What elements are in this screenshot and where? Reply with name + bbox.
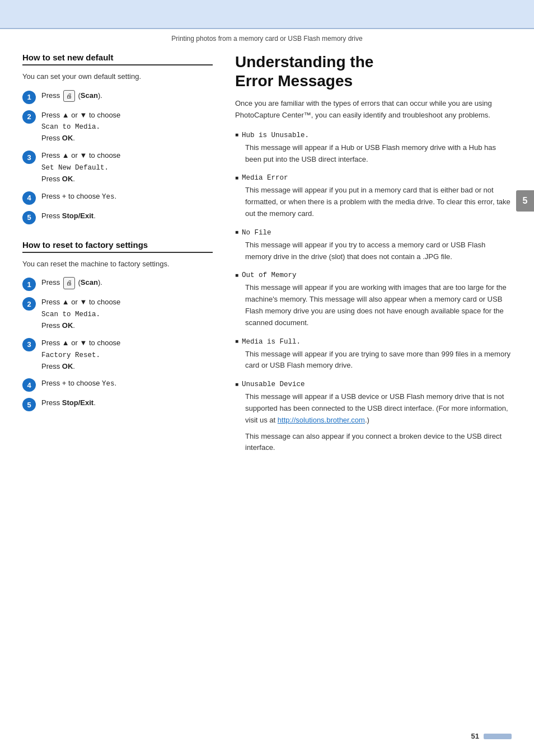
step-item: 3 Press ▲ or ▼ to chooseSet New Default.…: [22, 150, 213, 185]
step-number-4: 4: [22, 191, 36, 205]
error-desc-2: This message can also appear if you conn…: [245, 431, 512, 454]
error-out-of-memory: Out of Memory This message will appear i…: [235, 271, 512, 328]
section1-intro: You can set your own default setting.: [22, 71, 213, 82]
step-number-3b: 3: [22, 338, 36, 351]
error-code: Out of Memory: [235, 271, 512, 279]
error-code: Unusable Device: [235, 381, 512, 388]
section2-steps: 1 Press 🖨 (Scan). 2 Press ▲ or ▼ to choo…: [22, 277, 213, 411]
section1-steps: 1 Press 🖨 (Scan). 2 Press ▲ or ▼ to choo…: [22, 90, 213, 224]
step-number-4b: 4: [22, 378, 36, 392]
chapter-tab: 5: [516, 190, 534, 212]
section-factory-reset: How to reset to factory settings You can…: [22, 240, 213, 412]
section2-intro: You can reset the machine to factory set…: [22, 259, 213, 270]
page-bar: [484, 734, 512, 739]
error-hub-unusable: Hub is Unusable. This message will appea…: [235, 132, 512, 166]
error-code: Media Error: [235, 174, 512, 182]
error-desc-1: This message will appear if a USB device…: [245, 391, 512, 426]
step-item: 1 Press 🖨 (Scan).: [22, 277, 213, 291]
error-media-error: Media Error This message will appear if …: [235, 174, 512, 219]
error-desc: This message will appear if you try to a…: [245, 240, 512, 263]
section-set-default: How to set new default You can set your …: [22, 53, 213, 224]
main-layout: How to set new default You can set your …: [0, 53, 534, 463]
step-number-1b: 1: [22, 278, 36, 291]
step-number-1: 1: [22, 91, 36, 104]
step-number-5b: 5: [22, 398, 36, 411]
error-code: Hub is Unusable.: [235, 132, 512, 139]
error-code: No File: [235, 229, 512, 237]
step-content-3: Press ▲ or ▼ to chooseSet New Default.Pr…: [41, 150, 120, 185]
step-item: 2 Press ▲ or ▼ to chooseScan to Media.Pr…: [22, 110, 213, 145]
step-number-5: 5: [22, 211, 36, 224]
header-band: [0, 0, 534, 29]
error-desc: This message will appear if you are work…: [245, 282, 512, 328]
error-no-file: No File This message will appear if you …: [235, 229, 512, 263]
scan-icon-2: 🖨: [63, 277, 75, 289]
step-content-3b: Press ▲ or ▼ to chooseFactory Reset.Pres…: [41, 337, 120, 373]
step-item: 4 Press + to choose Yes.: [22, 378, 213, 392]
step-item: 4 Press + to choose Yes.: [22, 191, 213, 205]
page-footer: 51: [471, 732, 512, 740]
error-desc: This message will appear if a Hub or USB…: [245, 142, 512, 166]
step-number-2: 2: [22, 110, 36, 124]
step-content-2: Press ▲ or ▼ to chooseScan to Media.Pres…: [41, 110, 120, 145]
step-item: 1 Press 🖨 (Scan).: [22, 90, 213, 104]
scan-icon-1: 🖨: [63, 90, 75, 102]
page-header-text: Printing photos from a memory card or US…: [0, 35, 534, 43]
solutions-link[interactable]: http://solutions.brother.com: [278, 416, 365, 424]
step-item: 5 Press Stop/Exit.: [22, 210, 213, 224]
section2-heading: How to reset to factory settings: [22, 240, 213, 253]
error-desc: This message will appear if you put in a…: [245, 185, 512, 219]
step-content-5: Press Stop/Exit.: [41, 210, 96, 222]
step-content-1b: Press 🖨 (Scan).: [41, 277, 102, 289]
page-number: 51: [471, 732, 479, 740]
step-content-4: Press + to choose Yes.: [41, 191, 116, 203]
step-item: 3 Press ▲ or ▼ to chooseFactory Reset.Pr…: [22, 337, 213, 373]
step-number-2b: 2: [22, 297, 36, 311]
right-intro: Once you are familiar with the types of …: [235, 98, 512, 121]
step-content-5b: Press Stop/Exit.: [41, 397, 96, 409]
section1-heading: How to set new default: [22, 53, 213, 65]
left-column: How to set new default You can set your …: [22, 53, 213, 463]
step-item: 2 Press ▲ or ▼ to chooseScan to Media.Pr…: [22, 297, 213, 332]
right-column: Understanding the Error Messages Once yo…: [235, 53, 512, 463]
step-item: 5 Press Stop/Exit.: [22, 397, 213, 411]
right-main-heading: Understanding the Error Messages: [235, 53, 512, 90]
step-content-4b: Press + to choose Yes.: [41, 378, 116, 389]
error-code: Media is Full.: [235, 338, 512, 346]
error-unusable-device: Unusable Device This message will appear…: [235, 381, 512, 454]
step-content-1: Press 🖨 (Scan).: [41, 90, 102, 102]
error-desc: This message will appear if you are tryi…: [245, 349, 512, 372]
error-media-full: Media is Full. This message will appear …: [235, 338, 512, 372]
step-number-3: 3: [22, 151, 36, 164]
step-content-2b: Press ▲ or ▼ to chooseScan to Media.Pres…: [41, 297, 120, 332]
